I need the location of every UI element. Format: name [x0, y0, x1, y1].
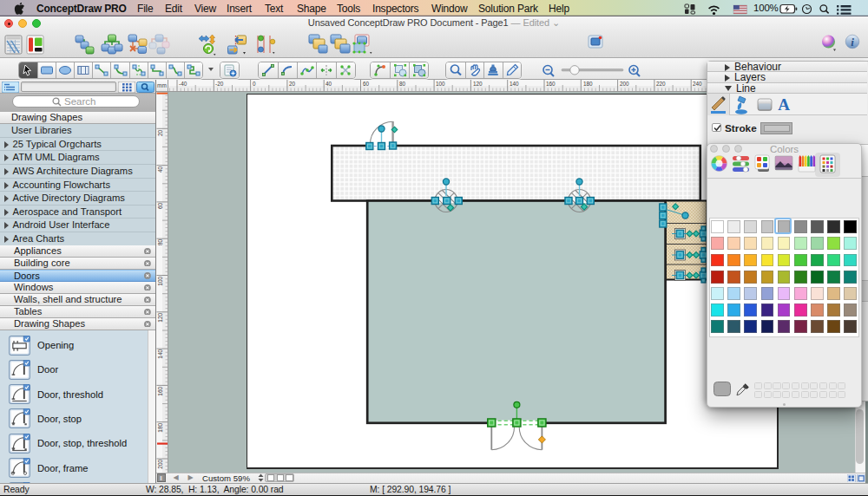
- svg-text:160: 160: [157, 387, 163, 396]
- svg-text:40: 40: [157, 166, 163, 173]
- svg-text:180: 180: [583, 81, 593, 87]
- svg-text:0: 0: [253, 81, 256, 87]
- svg-text:140: 140: [510, 81, 519, 87]
- svg-text:240: 240: [693, 81, 702, 87]
- svg-text:20: 20: [157, 130, 163, 137]
- svg-text:40: 40: [326, 81, 332, 87]
- svg-text:60: 60: [157, 203, 163, 210]
- svg-text:60: 60: [363, 81, 370, 87]
- svg-text:180: 180: [157, 423, 163, 433]
- svg-text:80: 80: [157, 239, 163, 246]
- svg-text:100: 100: [157, 277, 163, 286]
- svg-text:-20: -20: [215, 81, 224, 87]
- svg-text:140: 140: [157, 349, 163, 359]
- svg-text:20: 20: [289, 81, 296, 87]
- svg-text:-40: -40: [179, 81, 187, 87]
- svg-text:80: 80: [399, 81, 406, 87]
- svg-text:100: 100: [436, 81, 445, 87]
- svg-text:120: 120: [473, 81, 483, 87]
- svg-text:120: 120: [157, 313, 163, 323]
- svg-text:200: 200: [620, 81, 629, 87]
- svg-text:160: 160: [546, 81, 556, 87]
- svg-text:A: A: [778, 95, 790, 114]
- svg-text:i: i: [851, 36, 854, 49]
- svg-text:200: 200: [157, 460, 163, 469]
- svg-text:220: 220: [656, 81, 666, 87]
